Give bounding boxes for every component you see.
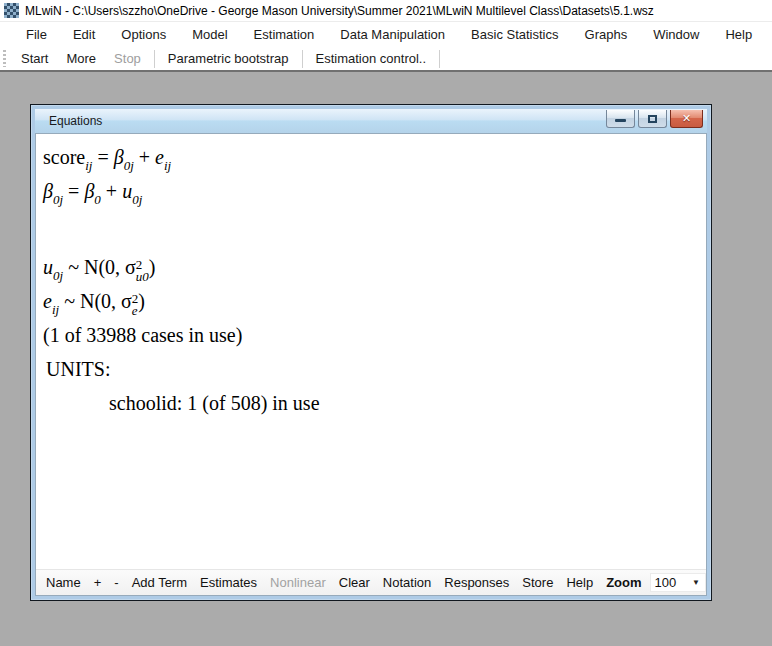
start-button[interactable]: Start bbox=[12, 48, 57, 69]
eq-text: u bbox=[43, 256, 53, 278]
mlwin-application-window: MLwiN - C:\Users\szzho\OneDrive - George… bbox=[0, 0, 772, 646]
eq-text: = bbox=[92, 146, 113, 168]
mlwin-app-icon bbox=[4, 3, 19, 18]
estimates-button[interactable]: Estimates bbox=[200, 575, 257, 590]
toolbar-separator bbox=[439, 50, 440, 68]
menu-item-options[interactable]: Options bbox=[108, 23, 179, 46]
cases-in-use[interactable]: (1 of 33988 cases in use) bbox=[36, 318, 706, 352]
eq-level2-model[interactable]: β0j = β0 + u0j bbox=[36, 174, 706, 208]
eq-text: ) bbox=[138, 290, 145, 312]
menu-item-model[interactable]: Model bbox=[179, 23, 240, 46]
zoom-value: 100 bbox=[655, 575, 677, 590]
eq-level1-model[interactable]: scoreij = β0j + eij bbox=[36, 140, 706, 174]
zoom-dropdown[interactable]: 100 ▼ bbox=[650, 573, 706, 592]
menu-item-graphs[interactable]: Graphs bbox=[572, 23, 641, 46]
restore-icon bbox=[648, 115, 657, 123]
eq-e-distribution[interactable]: eij ~ N(0, σ2e) bbox=[36, 284, 706, 318]
equations-titlebar[interactable]: Equations ✕ bbox=[35, 109, 707, 133]
eq-supsub: 2u0 bbox=[136, 259, 149, 283]
eq-subscript: 0j bbox=[53, 268, 63, 283]
store-button[interactable]: Store bbox=[522, 575, 553, 590]
add-level-button[interactable]: + bbox=[94, 575, 102, 590]
restore-button[interactable] bbox=[638, 110, 667, 128]
eq-subscript: ij bbox=[164, 158, 171, 173]
estimation-control-button[interactable]: Estimation control.. bbox=[307, 48, 436, 69]
help-button[interactable]: Help bbox=[566, 575, 593, 590]
menu-bar: File Edit Options Model Estimation Data … bbox=[0, 22, 772, 47]
toolbar-separator bbox=[302, 50, 303, 68]
equation-spacer bbox=[36, 208, 706, 250]
notation-button[interactable]: Notation bbox=[383, 575, 431, 590]
name-button[interactable]: Name bbox=[46, 575, 81, 590]
eq-text: ) bbox=[149, 256, 156, 278]
menu-item-window[interactable]: Window bbox=[640, 23, 712, 46]
chevron-down-icon: ▼ bbox=[692, 579, 700, 587]
equations-window-title: Equations bbox=[35, 114, 102, 128]
toolbar-separator bbox=[154, 50, 155, 68]
eq-text: schoolid: 1 (of 508) in use bbox=[109, 392, 320, 414]
eq-text: β bbox=[84, 180, 94, 202]
mdi-workspace: Equations ✕ scoreij = β0j + eijβ0j = β0 … bbox=[0, 72, 772, 646]
eq-text: ~ N(0, bbox=[63, 256, 125, 278]
window-controls: ✕ bbox=[603, 110, 703, 128]
eq-subscript: 0j bbox=[132, 192, 142, 207]
eq-text: + bbox=[134, 146, 155, 168]
menu-item-basic-statistics[interactable]: Basic Statistics bbox=[458, 23, 571, 46]
nonlinear-button: Nonlinear bbox=[270, 575, 326, 590]
equations-bottom-toolbar: Name + - Add Term Estimates Nonlinear Cl… bbox=[36, 569, 706, 595]
menu-item-data-manipulation[interactable]: Data Manipulation bbox=[327, 23, 458, 46]
menu-item-edit[interactable]: Edit bbox=[60, 23, 108, 46]
main-titlebar[interactable]: MLwiN - C:\Users\szzho\OneDrive - George… bbox=[0, 0, 772, 22]
eq-text: u bbox=[122, 180, 132, 202]
minimize-icon bbox=[615, 119, 626, 122]
eq-text: e bbox=[43, 290, 52, 312]
menu-item-estimation[interactable]: Estimation bbox=[241, 23, 328, 46]
eq-text: + bbox=[101, 180, 122, 202]
eq-text: σ bbox=[121, 290, 132, 312]
more-button[interactable]: More bbox=[57, 48, 105, 69]
add-term-button[interactable]: Add Term bbox=[132, 575, 187, 590]
eq-text: β bbox=[114, 146, 124, 168]
stop-button: Stop bbox=[105, 48, 150, 69]
eq-subscript: 0j bbox=[124, 158, 134, 173]
minimize-button[interactable] bbox=[606, 110, 635, 128]
menu-item-help[interactable]: Help bbox=[712, 23, 765, 46]
zoom-label: Zoom bbox=[606, 575, 641, 590]
units-schoolid[interactable]: schoolid: 1 (of 508) in use bbox=[36, 386, 706, 420]
responses-button[interactable]: Responses bbox=[444, 575, 509, 590]
close-icon: ✕ bbox=[682, 113, 691, 124]
toolbar-grip[interactable] bbox=[3, 50, 6, 67]
eq-text: (1 of 33988 cases in use) bbox=[43, 324, 242, 346]
eq-text: score bbox=[43, 146, 85, 168]
equations-window: Equations ✕ scoreij = β0j + eijβ0j = β0 … bbox=[30, 104, 712, 601]
eq-text: σ bbox=[125, 256, 136, 278]
eq-text: UNITS: bbox=[46, 358, 110, 380]
remove-level-button[interactable]: - bbox=[114, 575, 118, 590]
estimation-toolbar: Start More Stop Parametric bootstrap Est… bbox=[0, 47, 772, 72]
clear-button[interactable]: Clear bbox=[339, 575, 370, 590]
menu-item-file[interactable]: File bbox=[13, 23, 60, 46]
eq-text: β bbox=[43, 180, 53, 202]
parametric-bootstrap-button[interactable]: Parametric bootstrap bbox=[159, 48, 298, 69]
eq-subscript: 0j bbox=[53, 192, 63, 207]
equations-body: scoreij = β0j + eijβ0j = β0 + u0ju0j ~ N… bbox=[36, 134, 706, 569]
eq-text: ~ N(0, bbox=[59, 290, 121, 312]
equations-client-area: scoreij = β0j + eijβ0j = β0 + u0ju0j ~ N… bbox=[35, 133, 707, 596]
close-button[interactable]: ✕ bbox=[670, 110, 703, 128]
units-label[interactable]: UNITS: bbox=[36, 352, 706, 386]
eq-u-distribution[interactable]: u0j ~ N(0, σ2u0) bbox=[36, 250, 706, 284]
window-title: MLwiN - C:\Users\szzho\OneDrive - George… bbox=[25, 4, 654, 18]
eq-text: = bbox=[63, 180, 84, 202]
eq-text: e bbox=[155, 146, 164, 168]
